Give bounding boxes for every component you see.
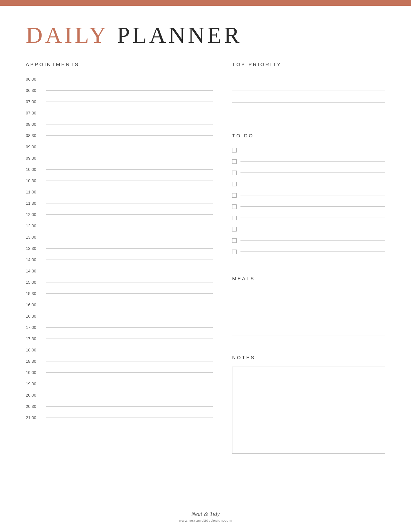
priority-line-2 (232, 85, 385, 91)
footer-url: www.neatandtidydesign.com (0, 518, 411, 522)
meals-label: MEALS (232, 276, 385, 281)
title-planner: PLANNER (109, 22, 242, 48)
time-slot: 20:30 (26, 401, 213, 412)
todo-item (232, 190, 385, 201)
time-label: 09:30 (26, 156, 44, 161)
meals-section: MEALS (232, 276, 385, 336)
time-line (46, 192, 213, 192)
time-slot: 15:30 (26, 288, 213, 299)
time-label: 11:30 (26, 201, 44, 206)
time-label: 06:00 (26, 77, 44, 82)
time-label: 07:00 (26, 99, 44, 104)
priority-line-1 (232, 74, 385, 79)
priority-lines (232, 74, 385, 114)
todo-item (232, 224, 385, 234)
todo-checkbox[interactable] (232, 238, 237, 243)
time-label: 16:30 (26, 314, 44, 319)
time-label: 17:00 (26, 325, 44, 330)
time-slot: 06:30 (26, 85, 213, 96)
time-slots: 06:00 06:30 07:00 07:30 08:00 08:30 09:0… (26, 74, 213, 423)
time-slot: 14:30 (26, 265, 213, 277)
time-slot: 11:00 (26, 186, 213, 198)
todo-checkbox[interactable] (232, 204, 237, 209)
time-slot: 16:00 (26, 299, 213, 310)
time-slot: 09:00 (26, 141, 213, 153)
time-label: 08:30 (26, 133, 44, 138)
time-line (46, 395, 213, 395)
time-label: 21:00 (26, 415, 44, 420)
time-line (46, 350, 213, 350)
time-line (46, 248, 213, 249)
time-label: 10:30 (26, 178, 44, 183)
todo-line (240, 251, 385, 252)
notes-label: NOTES (232, 355, 385, 360)
priority-line-3 (232, 97, 385, 103)
todo-line (240, 206, 385, 207)
todo-item (232, 235, 385, 246)
priority-line-4 (232, 108, 385, 114)
todo-checkbox[interactable] (232, 250, 237, 254)
todo-items (232, 145, 385, 257)
time-slot: 12:30 (26, 220, 213, 232)
time-label: 14:00 (26, 257, 44, 262)
time-slot: 10:30 (26, 175, 213, 186)
todo-item (232, 167, 385, 178)
time-line (46, 124, 213, 124)
time-label: 19:00 (26, 370, 44, 375)
time-line (46, 113, 213, 113)
time-slot: 07:30 (26, 107, 213, 119)
time-slot: 19:00 (26, 367, 213, 378)
todo-item (232, 212, 385, 223)
todo-checkbox[interactable] (232, 193, 237, 198)
todo-line (240, 184, 385, 184)
time-line (46, 327, 213, 328)
time-line (46, 282, 213, 282)
time-slot: 11:30 (26, 198, 213, 209)
todo-item (232, 201, 385, 212)
todo-checkbox[interactable] (232, 159, 237, 164)
time-line (46, 305, 213, 305)
todo-checkbox[interactable] (232, 227, 237, 232)
time-line (46, 226, 213, 226)
todo-checkbox[interactable] (232, 171, 237, 175)
time-slot: 07:00 (26, 96, 213, 107)
time-slot: 12:00 (26, 209, 213, 220)
time-label: 09:00 (26, 144, 44, 149)
time-line (46, 214, 213, 215)
notes-box[interactable] (232, 367, 385, 454)
time-slot: 09:30 (26, 153, 213, 164)
footer-brand: Neat & Tidy (0, 511, 411, 517)
time-slot: 08:00 (26, 119, 213, 130)
time-label: 13:30 (26, 246, 44, 251)
todo-checkbox[interactable] (232, 216, 237, 220)
time-line (46, 169, 213, 170)
time-slot: 21:00 (26, 412, 213, 423)
time-line (46, 237, 213, 237)
todo-line (240, 195, 385, 195)
time-line (46, 293, 213, 294)
time-line (46, 203, 213, 203)
meal-line-4 (232, 326, 385, 336)
time-line (46, 271, 213, 271)
todo-checkbox[interactable] (232, 182, 237, 186)
time-slot: 16:30 (26, 310, 213, 322)
meal-line-3 (232, 313, 385, 323)
time-slot: 15:00 (26, 277, 213, 288)
title-daily: DAILY (26, 22, 109, 48)
time-slot: 17:00 (26, 322, 213, 333)
todo-line (240, 218, 385, 218)
todo-line (240, 240, 385, 241)
top-bar (0, 0, 411, 6)
todo-item (232, 145, 385, 155)
time-label: 18:00 (26, 348, 44, 352)
time-slot: 20:00 (26, 389, 213, 401)
time-label: 08:00 (26, 122, 44, 127)
time-line (46, 316, 213, 316)
time-slot: 19:30 (26, 378, 213, 389)
todo-item (232, 156, 385, 167)
time-label: 17:30 (26, 336, 44, 341)
todo-section: TO DO (232, 133, 385, 257)
time-label: 07:30 (26, 111, 44, 115)
time-label: 15:00 (26, 280, 44, 285)
todo-checkbox[interactable] (232, 148, 237, 153)
